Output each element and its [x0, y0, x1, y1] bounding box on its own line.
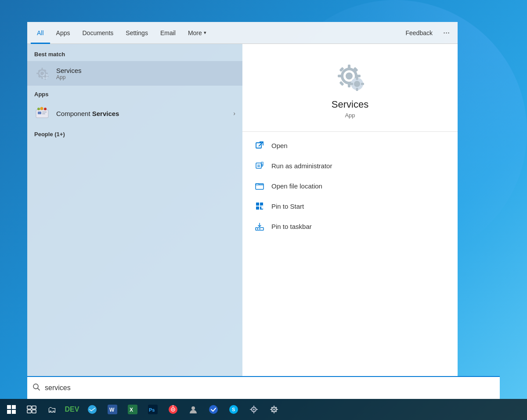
start-menu: All Apps Documents Settings Email More ▾… [27, 22, 458, 376]
svg-rect-54 [27, 410, 31, 413]
svg-rect-52 [27, 406, 31, 409]
svg-point-67 [191, 406, 195, 410]
component-services-item[interactable]: Component Services › [27, 101, 242, 126]
services-taskbar-button[interactable] [244, 400, 264, 419]
svg-point-51 [33, 384, 38, 389]
svg-rect-49 [257, 228, 258, 229]
itunes-icon [168, 405, 178, 414]
svg-rect-35 [356, 77, 358, 80]
itunes-button[interactable] [163, 400, 183, 419]
svg-rect-73 [253, 406, 254, 407]
app-detail-header: Services App [242, 44, 458, 132]
svg-point-68 [209, 405, 218, 414]
pin-start-label: Pin to Start [271, 203, 304, 210]
tab-apps[interactable]: Apps [50, 22, 76, 44]
windows-logo-icon [7, 405, 16, 414]
open-label: Open [271, 142, 288, 149]
telegram-button[interactable] [83, 400, 102, 419]
open-icon [255, 141, 264, 150]
app-type: App [345, 112, 355, 119]
action-pin-taskbar[interactable]: Pin to taskbar [242, 216, 458, 236]
feedback-button[interactable]: Feedback [400, 29, 439, 36]
best-match-label: Best match [27, 51, 242, 61]
svg-rect-44 [256, 203, 259, 206]
tab-settings[interactable]: Settings [119, 22, 154, 44]
svg-text:Ps: Ps [149, 407, 155, 413]
photoshop-icon: Ps [148, 405, 158, 414]
tab-email[interactable]: Email [154, 22, 182, 44]
taskbar: 🗂 DEV W X Ps [0, 399, 527, 420]
svg-rect-5 [46, 73, 48, 74]
more-options-button[interactable]: ··· [439, 28, 454, 37]
word-icon: W [108, 405, 117, 414]
left-panel: Best match [27, 44, 242, 376]
skype-button[interactable]: S [224, 400, 243, 419]
tab-bar: All Apps Documents Settings Email More ▾… [27, 22, 458, 44]
svg-rect-36 [356, 88, 358, 91]
search-input[interactable]: services [45, 384, 495, 392]
svg-rect-81 [270, 409, 272, 410]
excel-icon: X [128, 405, 137, 414]
svg-text:S: S [232, 407, 235, 412]
skype-icon: S [229, 405, 238, 414]
excel-button[interactable]: X [123, 400, 142, 419]
pin-taskbar-label: Pin to taskbar [271, 223, 312, 230]
pin-start-icon [255, 201, 264, 211]
best-match-text: Services App [56, 67, 235, 80]
app-icon-large [334, 61, 366, 93]
best-match-item[interactable]: Services App [27, 61, 242, 86]
component-services-icon [34, 105, 50, 121]
photoshop-button[interactable]: Ps [143, 400, 162, 419]
file-explorer-button[interactable]: 🗂 [42, 400, 61, 419]
svg-text:X: X [130, 407, 133, 413]
app-name-large: Services [332, 99, 368, 110]
devhome-button[interactable]: DEV [62, 400, 82, 419]
svg-rect-13 [45, 79, 46, 80]
more-chevron-icon: ▾ [204, 30, 206, 36]
user-mgmt-button[interactable] [184, 400, 203, 419]
task-view-button[interactable] [22, 400, 41, 419]
svg-rect-41 [257, 165, 260, 166]
right-panel: Services App Open [242, 44, 458, 376]
svg-rect-37 [350, 83, 353, 85]
todo-button[interactable] [204, 400, 223, 419]
action-pin-start[interactable]: Pin to Start [242, 196, 458, 216]
svg-point-22 [44, 108, 47, 110]
start-button[interactable] [2, 400, 21, 419]
action-list: Open Run as administrator [242, 132, 458, 240]
svg-text:W: W [109, 407, 115, 413]
people-section-label: People (1+) [27, 131, 242, 141]
tab-all[interactable]: All [31, 22, 50, 44]
svg-point-56 [88, 405, 97, 414]
apps-section-label: Apps [27, 91, 242, 101]
tab-more[interactable]: More ▾ [182, 22, 213, 44]
action-file-location[interactable]: Open file location [242, 176, 458, 196]
word-button[interactable]: W [103, 400, 122, 419]
svg-rect-80 [274, 412, 274, 413]
svg-rect-50 [259, 228, 260, 229]
file-explorer-icon: 🗂 [47, 405, 56, 415]
pin-taskbar-icon [255, 221, 264, 231]
tab-documents[interactable]: Documents [76, 22, 119, 44]
action-open[interactable]: Open [242, 135, 458, 156]
svg-rect-12 [45, 74, 46, 76]
svg-rect-2 [42, 68, 43, 70]
svg-point-21 [40, 107, 43, 110]
svg-rect-27 [338, 75, 342, 77]
svg-rect-74 [253, 412, 254, 413]
svg-rect-53 [32, 406, 36, 409]
todo-icon [209, 405, 218, 414]
component-services-text: Component Services [56, 110, 227, 117]
settings-button[interactable] [264, 400, 284, 419]
svg-rect-25 [348, 65, 350, 69]
services-taskbar-icon [249, 405, 259, 414]
svg-rect-17 [38, 112, 41, 114]
search-bar: services [27, 376, 500, 399]
svg-rect-40 [256, 163, 261, 168]
svg-rect-19 [42, 113, 45, 114]
svg-point-20 [37, 108, 40, 110]
svg-rect-15 [47, 76, 49, 77]
action-run-admin[interactable]: Run as administrator [242, 156, 458, 176]
telegram-icon [87, 405, 97, 414]
svg-rect-82 [276, 409, 278, 410]
